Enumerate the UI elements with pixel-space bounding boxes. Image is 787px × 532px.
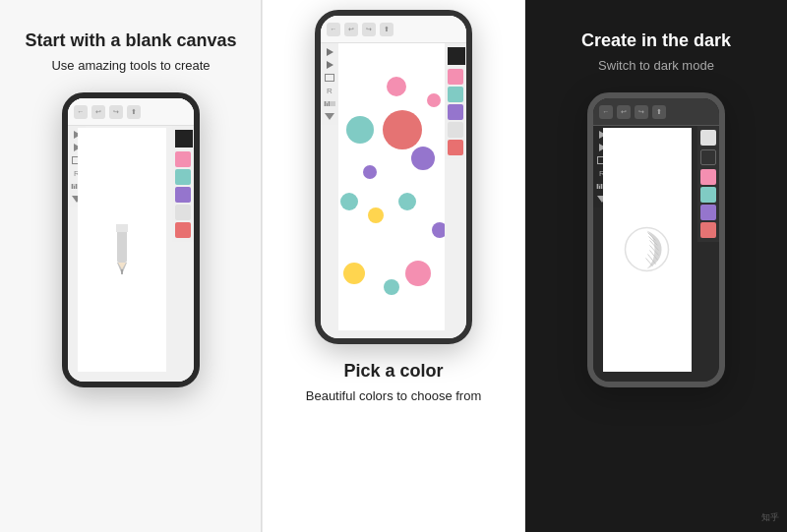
color-dot	[398, 193, 416, 210]
tool-triangle-3[interactable]	[323, 47, 336, 57]
color-teal-2[interactable]	[448, 87, 463, 102]
moon-drawing	[621, 223, 675, 277]
share-btn-2[interactable]: ⬆	[380, 23, 394, 36]
redo-btn-1[interactable]: ↪	[109, 105, 123, 119]
back-btn-3[interactable]: ←	[599, 105, 613, 119]
back-btn-2[interactable]: ←	[327, 23, 340, 36]
dark-swatch[interactable]	[700, 149, 716, 165]
color-dot	[427, 93, 441, 107]
phone-mockup-1: ← ↩ ↪ ⬆ R	[62, 92, 200, 387]
color-purple-1[interactable]	[175, 187, 191, 203]
phone-mockup-2: ← ↩ ↪ ⬆ R	[315, 10, 472, 344]
phone-screen-2: ← ↩ ↪ ⬆ R	[321, 16, 466, 338]
drawing-canvas-1[interactable]	[78, 128, 166, 372]
color-red-2[interactable]	[448, 140, 463, 155]
phone-mockup-3: ← ↩ ↪ ⬆ R	[587, 92, 725, 387]
panel-2-title: Pick a color	[343, 360, 443, 383]
color-red-3[interactable]	[700, 222, 716, 238]
color-dot	[387, 77, 406, 96]
color-dot	[405, 261, 431, 286]
phone-screen-1: ← ↩ ↪ ⬆ R	[68, 98, 194, 382]
panel-1-subtitle: Use amazing tools to create	[51, 58, 210, 73]
back-btn-1[interactable]: ←	[74, 105, 88, 119]
color-teal-3[interactable]	[700, 187, 716, 203]
panel-dark-mode: Create in the dark Switch to dark mode ←…	[525, 0, 787, 532]
redo-btn-2[interactable]: ↪	[362, 23, 376, 36]
drawing-canvas-3[interactable]	[603, 128, 692, 372]
tool-rect-2[interactable]	[323, 73, 336, 83]
phone-toolbar-1: ← ↩ ↪ ⬆	[68, 98, 194, 126]
color-palette-3	[697, 126, 719, 242]
panel-2-subtitle: Beautiful colors to choose from	[306, 388, 481, 403]
svg-point-5	[626, 228, 669, 271]
color-teal-1[interactable]	[175, 169, 191, 185]
color-gray-1[interactable]	[175, 205, 191, 220]
color-dot	[383, 110, 422, 149]
phone-toolbar-3: ← ↩ ↪ ⬆	[593, 98, 719, 126]
tool-ruler-2[interactable]	[323, 98, 336, 108]
redo-btn-3[interactable]: ↪	[635, 105, 648, 119]
black-swatch-1[interactable]	[175, 130, 193, 148]
color-dot	[368, 207, 384, 223]
undo-btn-1[interactable]: ↩	[91, 105, 105, 119]
color-purple-2[interactable]	[448, 104, 463, 120]
tool-tri-down-2[interactable]	[323, 111, 336, 121]
color-pink-2[interactable]	[448, 69, 463, 85]
share-btn-3[interactable]: ⬆	[652, 105, 666, 119]
tool-palette-2: R	[321, 43, 338, 125]
phone-toolbar-2: ← ↩ ↪ ⬆	[321, 16, 466, 43]
dots-canvas[interactable]	[338, 43, 445, 330]
undo-btn-2[interactable]: ↩	[344, 23, 358, 36]
panel-3-subtitle: Switch to dark mode	[598, 58, 714, 73]
panel-1-title: Start with a blank canvas	[25, 30, 236, 52]
color-dot	[346, 116, 374, 144]
pencil-drawing	[97, 220, 147, 279]
color-pink-3[interactable]	[700, 169, 716, 185]
color-dot	[340, 193, 358, 210]
share-btn-1[interactable]: ⬆	[127, 105, 141, 119]
color-purple-3[interactable]	[700, 205, 716, 220]
panel-3-title: Create in the dark	[581, 30, 731, 52]
tool-triangle-4[interactable]	[323, 60, 336, 70]
color-pink-1[interactable]	[175, 151, 191, 167]
watermark: 知乎	[761, 511, 779, 524]
color-dot	[363, 165, 377, 179]
color-gray-2[interactable]	[448, 122, 463, 138]
color-dot	[411, 147, 435, 170]
tool-letter-2[interactable]: R	[323, 86, 336, 95]
color-palette-1	[172, 126, 194, 242]
panel-blank-canvas: Start with a blank canvas Use amazing to…	[0, 0, 262, 532]
svg-rect-2	[116, 224, 128, 232]
phone-screen-3: ← ↩ ↪ ⬆ R	[593, 98, 719, 382]
color-dot	[432, 222, 445, 238]
color-red-1[interactable]	[175, 222, 191, 238]
undo-btn-3[interactable]: ↩	[617, 105, 631, 119]
color-palette-2	[445, 43, 466, 159]
white-swatch[interactable]	[700, 130, 716, 146]
black-swatch-2[interactable]	[448, 47, 465, 65]
color-dot	[343, 263, 365, 284]
panel-pick-color: ← ↩ ↪ ⬆ R	[262, 0, 525, 532]
color-dot	[384, 279, 399, 295]
